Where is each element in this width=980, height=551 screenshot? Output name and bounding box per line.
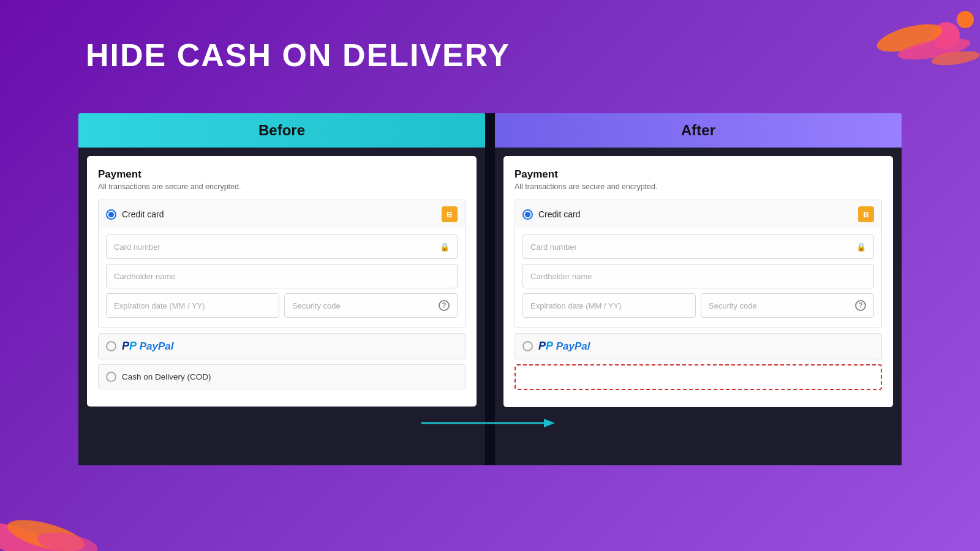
- before-header: Before: [78, 113, 485, 148]
- after-payment-subtitle: All transactions are secure and encrypte…: [514, 182, 882, 191]
- after-expiration-placeholder: Expiration date (MM / YY): [530, 301, 622, 310]
- before-badge: B: [442, 206, 458, 222]
- before-payment-ui: Payment All transactions are secure and …: [87, 156, 477, 407]
- after-credit-card-left: Credit card: [522, 209, 580, 220]
- before-section: Before Payment All transactions are secu…: [78, 113, 485, 465]
- after-lock-icon: [856, 242, 866, 252]
- after-question-icon: ?: [855, 300, 866, 311]
- decoration-top-right: [821, 0, 980, 98]
- after-paypal-p1: P: [538, 340, 546, 353]
- before-expiration-field[interactable]: Expiration date (MM / YY): [106, 293, 279, 318]
- after-paypal-brand: P P PayPal: [538, 340, 590, 353]
- after-credit-card-row[interactable]: Credit card B: [515, 200, 881, 228]
- after-header: After: [495, 113, 902, 148]
- svg-point-6: [4, 514, 88, 551]
- before-cod-row[interactable]: Cash on Delivery (COD): [98, 364, 466, 389]
- before-body: Payment All transactions are secure and …: [78, 148, 485, 465]
- before-security-field[interactable]: Security code ?: [284, 293, 458, 318]
- before-credit-card-left: Credit card: [106, 209, 164, 220]
- after-card-details-row: Expiration date (MM / YY) Security code …: [522, 293, 874, 318]
- after-body: Payment All transactions are secure and …: [495, 148, 902, 465]
- before-card-details-row: Expiration date (MM / YY) Security code …: [106, 293, 458, 318]
- after-security-placeholder: Security code: [709, 301, 757, 310]
- before-cardholder-field[interactable]: Cardholder name: [106, 264, 458, 288]
- panel-separator: [485, 113, 495, 465]
- before-payment-subtitle: All transactions are secure and encrypte…: [98, 182, 466, 191]
- decoration-bottom-left: [0, 453, 123, 551]
- before-paypal-text: PayPal: [137, 340, 174, 353]
- after-paypal-radio[interactable]: [522, 341, 533, 351]
- after-cardholder-placeholder: Cardholder name: [530, 272, 592, 281]
- before-security-placeholder: Security code: [292, 301, 341, 310]
- before-credit-card-label: Credit card: [122, 209, 164, 219]
- before-expiration-placeholder: Expiration date (MM / YY): [114, 301, 205, 310]
- svg-point-7: [36, 529, 99, 551]
- after-paypal-row[interactable]: P P PayPal: [514, 333, 882, 359]
- after-section: After Payment All transactions are secur…: [495, 113, 902, 465]
- before-credit-card-row[interactable]: Credit card B: [99, 200, 465, 228]
- after-cardholder-field[interactable]: Cardholder name: [522, 264, 874, 288]
- after-badge: B: [858, 206, 874, 222]
- before-paypal-p1: P: [122, 340, 129, 353]
- before-paypal-brand: P P PayPal: [122, 340, 174, 353]
- svg-point-1: [957, 11, 974, 28]
- after-cc-form: Card number Cardholder name Expiration d…: [515, 228, 881, 328]
- after-payment-ui: Payment All transactions are secure and …: [503, 156, 893, 407]
- page-title: HIDE CASH ON DELIVERY: [86, 37, 510, 73]
- before-paypal-radio[interactable]: [106, 341, 116, 351]
- svg-point-5: [0, 514, 63, 551]
- before-card-number-field[interactable]: Card number: [106, 234, 458, 259]
- after-credit-card-label: Credit card: [538, 209, 580, 219]
- before-cardholder-placeholder: Cardholder name: [114, 272, 175, 281]
- after-paypal-text: PayPal: [553, 340, 590, 353]
- before-credit-card-block: Credit card B Card number Cardholder nam…: [98, 200, 466, 328]
- after-cod-removed-placeholder: [514, 364, 882, 390]
- before-cod-label: Cash on Delivery (COD): [122, 372, 211, 381]
- after-card-number-field[interactable]: Card number: [522, 234, 874, 259]
- after-security-field[interactable]: Security code ?: [701, 293, 874, 318]
- before-paypal-p2: P: [129, 340, 137, 353]
- before-credit-card-radio[interactable]: [106, 209, 116, 220]
- after-payment-title: Payment: [514, 168, 882, 181]
- svg-point-4: [930, 49, 980, 68]
- before-payment-title: Payment: [98, 168, 466, 181]
- before-lock-icon: [440, 242, 450, 252]
- svg-point-3: [896, 34, 971, 64]
- after-credit-card-block: Credit card B Card number Cardholder nam…: [514, 200, 882, 328]
- before-question-icon: ?: [439, 300, 450, 311]
- before-cc-form: Card number Cardholder name Expiration d…: [99, 228, 465, 328]
- comparison-container: Before Payment All transactions are secu…: [78, 113, 902, 465]
- after-credit-card-radio[interactable]: [522, 209, 533, 220]
- before-paypal-row[interactable]: P P PayPal: [98, 333, 466, 359]
- after-expiration-field[interactable]: Expiration date (MM / YY): [522, 293, 696, 318]
- before-cod-radio[interactable]: [106, 372, 116, 382]
- after-paypal-p2: P: [546, 340, 553, 353]
- after-card-number-placeholder: Card number: [530, 242, 577, 252]
- svg-point-0: [933, 22, 960, 49]
- before-card-number-placeholder: Card number: [114, 242, 160, 252]
- svg-point-2: [874, 18, 945, 57]
